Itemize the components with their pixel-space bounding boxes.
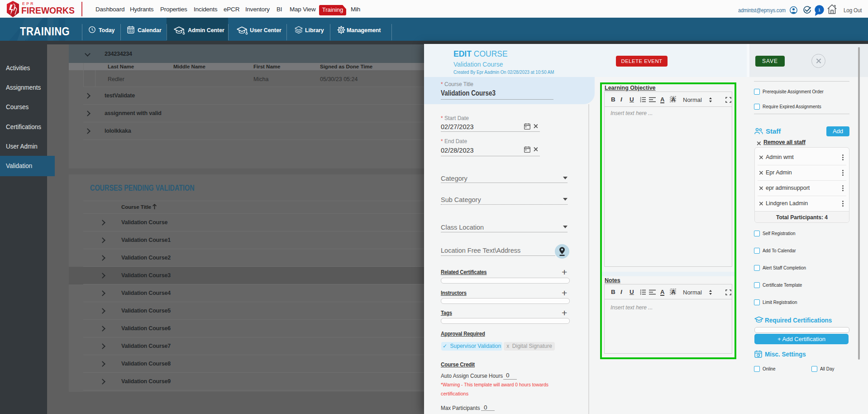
svg-text:1: 1 [818,7,820,12]
